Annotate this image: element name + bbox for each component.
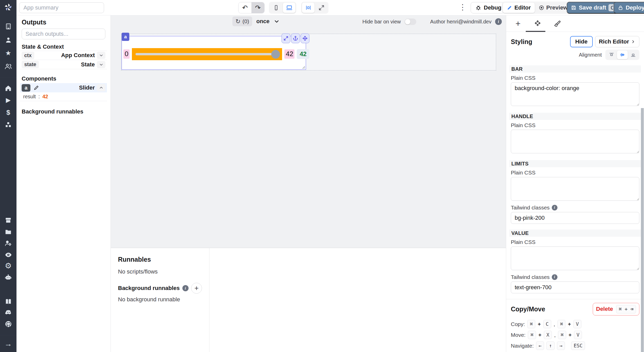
github-icon[interactable] xyxy=(0,319,16,329)
align-top-button[interactable] xyxy=(606,50,617,59)
circle-dot-icon xyxy=(539,5,544,11)
slider-bar[interactable] xyxy=(132,48,282,60)
navigate-label: Navigate: xyxy=(511,343,534,349)
rail-divider xyxy=(0,77,16,77)
tab-styling[interactable] xyxy=(547,15,567,32)
runnables-title: Runnables xyxy=(118,256,202,263)
ctx-expand-button[interactable] xyxy=(97,52,105,59)
component-controls xyxy=(282,33,309,43)
mobile-view-button[interactable] xyxy=(270,3,282,13)
state-context-header: State & Context xyxy=(22,43,105,50)
lock-icon xyxy=(618,5,623,11)
left-arrow-key: ← xyxy=(536,341,544,350)
bar-plain-css-input[interactable]: background-color: orange xyxy=(511,82,639,106)
user-group-icon[interactable] xyxy=(0,61,16,72)
desktop-view-button[interactable] xyxy=(283,3,295,13)
handle-plain-css-input[interactable] xyxy=(511,130,639,153)
robot-icon[interactable] xyxy=(0,272,16,283)
slider-track[interactable] xyxy=(135,53,278,55)
play-icon[interactable]: ▶ xyxy=(0,95,16,105)
cubes-icon[interactable] xyxy=(0,120,16,130)
discord-icon[interactable] xyxy=(0,307,16,317)
slider-component[interactable]: 0 42 42 xyxy=(122,36,306,70)
no-scripts-label: No scripts/flows xyxy=(118,268,202,275)
expand-icon xyxy=(283,36,289,41)
scrollbar-thumb[interactable] xyxy=(641,108,644,352)
tab-component-settings[interactable] xyxy=(528,15,547,32)
cmd-key: ⌘ xyxy=(557,320,565,328)
undo-button[interactable]: ↶ xyxy=(239,2,251,13)
phone-icon xyxy=(273,5,279,11)
expand-component-button[interactable] xyxy=(282,33,290,43)
value-plain-css-label: Plain CSS xyxy=(511,239,639,245)
align-center-button[interactable] xyxy=(617,50,628,59)
value-plain-css-input[interactable] xyxy=(511,247,639,270)
tab-add-component[interactable]: + xyxy=(508,15,528,32)
canvas-toolbar-right: Hide bar on view Author henri@windmill.d… xyxy=(362,17,502,26)
gear-icon[interactable]: ⚙ xyxy=(0,261,16,271)
book-icon[interactable] xyxy=(0,296,16,307)
folder-icon[interactable] xyxy=(0,227,16,237)
refresh-button[interactable]: ↻ (0) xyxy=(232,16,252,26)
state-expand-button[interactable] xyxy=(97,61,105,68)
building-icon[interactable] xyxy=(0,21,16,31)
info-icon[interactable]: i xyxy=(552,205,557,210)
anchor-component-button[interactable] xyxy=(291,33,300,43)
eye-icon[interactable] xyxy=(0,250,16,260)
star-icon[interactable]: ★ xyxy=(0,48,16,58)
canvas[interactable]: ↻ (0) once Hide bar on view Author henri… xyxy=(111,15,506,248)
arrow-right-icon[interactable]: → xyxy=(0,339,16,349)
archive-icon[interactable] xyxy=(0,215,16,225)
dollar-icon[interactable]: $ xyxy=(0,107,16,118)
user-cog-icon[interactable] xyxy=(0,238,16,248)
fullscreen-button[interactable] xyxy=(315,3,328,13)
move-shortcut-row: Move: ⌘ + X , ⌘ + V xyxy=(511,330,639,340)
delete-button[interactable]: Delete ⌘ + ⌫ xyxy=(593,303,639,315)
slider-handle[interactable] xyxy=(271,50,280,59)
schedule-select-label[interactable]: once xyxy=(256,18,269,25)
user-icon[interactable] xyxy=(0,35,16,45)
resize-handle[interactable] xyxy=(302,66,305,69)
result-colon: : xyxy=(38,94,40,100)
result-row[interactable]: result : 42 xyxy=(20,92,107,101)
component-badge[interactable]: a xyxy=(122,33,129,41)
deploy-button[interactable]: Deploy xyxy=(614,2,644,14)
limits-tailwind-input[interactable] xyxy=(511,212,639,224)
undo-icon: ↶ xyxy=(242,4,248,12)
move-component-button[interactable] xyxy=(301,33,309,43)
bar-plain-css-label: Plain CSS xyxy=(511,75,639,81)
background-runnables-label: Background runnables xyxy=(118,285,180,292)
background-runnables-header: Background runnables xyxy=(22,108,105,115)
value-tailwind-input[interactable] xyxy=(511,281,639,293)
search-outputs-input[interactable] xyxy=(22,29,105,39)
rail-divider xyxy=(0,335,16,335)
tab-editor[interactable]: Editor xyxy=(503,3,535,13)
align-bottom-button[interactable] xyxy=(628,50,639,59)
tab-preview[interactable]: Preview xyxy=(535,3,572,13)
slider-value-badge: 42 xyxy=(297,49,309,59)
hide-button[interactable]: Hide xyxy=(570,36,593,47)
info-icon[interactable]: i xyxy=(182,285,189,291)
slider-max-limit: 42 xyxy=(284,49,294,58)
rich-editor-button[interactable]: Rich Editor xyxy=(595,36,639,47)
chevron-down-icon[interactable] xyxy=(274,18,280,24)
editor-preview-toggle: Editor Preview xyxy=(502,2,573,14)
edit-pencil-icon[interactable] xyxy=(33,85,39,91)
center-content-button[interactable] xyxy=(302,3,315,13)
info-icon[interactable]: i xyxy=(495,18,502,25)
component-collapse-button[interactable] xyxy=(97,84,105,91)
home-icon[interactable] xyxy=(0,83,16,93)
hide-bar-toggle[interactable] xyxy=(404,19,416,25)
redo-button[interactable]: ↷ xyxy=(251,2,264,13)
app-summary-input[interactable] xyxy=(19,2,104,13)
add-background-runnable-button[interactable]: + xyxy=(191,283,202,294)
limits-plain-css-input[interactable] xyxy=(511,177,639,201)
move-icon xyxy=(302,36,308,41)
more-menu-button[interactable]: ⋮ xyxy=(459,3,467,11)
ctx-row[interactable]: ctx App Context xyxy=(20,51,107,60)
info-icon[interactable]: i xyxy=(552,274,557,280)
state-row[interactable]: state State xyxy=(20,60,107,69)
canvas-toolbar-left: ↻ (0) once xyxy=(232,16,280,26)
windmill-logo[interactable] xyxy=(0,2,16,12)
component-a-row[interactable]: a Slider xyxy=(20,83,107,92)
